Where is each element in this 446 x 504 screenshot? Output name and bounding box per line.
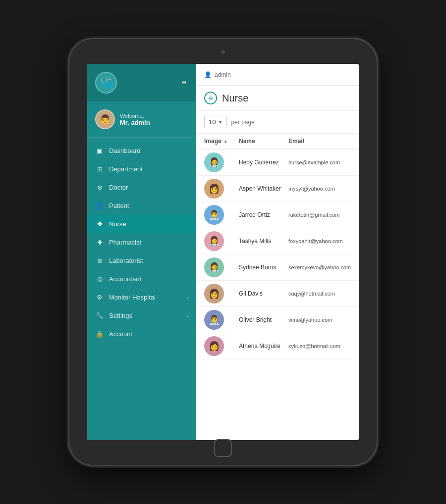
monitor-icon: ⚙ bbox=[95, 294, 104, 301]
settings-icon: 🔧 bbox=[95, 312, 104, 319]
sidebar-item-label-monitor: Monitor Hospital bbox=[109, 294, 156, 301]
department-icon: ⊞ bbox=[95, 165, 104, 173]
table-row[interactable]: 👩‍⚕️Tashya Millsfoxyqahir@yahoo.com bbox=[196, 228, 359, 254]
page-header: ⊕ Nurse bbox=[196, 86, 359, 111]
nurse-name: Tashya Mills bbox=[239, 238, 288, 245]
nurse-email: foxyqahir@yahoo.com bbox=[288, 238, 351, 244]
user-name: Mr. admin bbox=[120, 119, 150, 126]
nav-menu: ▣Dashboard⊞Department⊕Doctor👤Patient✚Nur… bbox=[87, 142, 196, 343]
sidebar-item-label-accountant: Accountant bbox=[109, 275, 141, 283]
nurse-name: Jarrod Ortiz bbox=[239, 211, 288, 218]
nurse-email: mysyf@yahoo.com bbox=[288, 186, 351, 192]
nurse-email: nurse@example.com bbox=[288, 159, 351, 165]
sidebar-item-pharmacist[interactable]: ✚Pharmacist bbox=[87, 233, 196, 252]
sidebar-item-label-dashboard: Dashboard bbox=[109, 147, 141, 154]
sidebar-item-settings[interactable]: 🔧Settings› bbox=[87, 306, 196, 325]
nurse-email: ruketotih@gmail.com bbox=[288, 212, 351, 218]
table-body: 👩‍⚕️Hedy Gutierreznurse@example.com👩Aspe… bbox=[196, 150, 359, 359]
nurse-name: Athena Mcguire bbox=[239, 343, 288, 350]
sidebar-item-label-patient: Patient bbox=[109, 202, 129, 209]
sidebar-item-label-department: Department bbox=[109, 165, 143, 173]
nurse-email: vimu@yahoo.com bbox=[288, 317, 351, 323]
app-logo: 🩺 bbox=[95, 72, 117, 94]
hamburger-button[interactable]: ≡ bbox=[180, 76, 188, 89]
avatar: 👨 bbox=[95, 109, 115, 129]
nurse-avatar: 👩‍⚕️ bbox=[204, 231, 224, 251]
tablet-screen: 🩺 ≡ 👨 Welcome, Mr. admin ▣Dashboard⊞Depa… bbox=[87, 64, 359, 440]
table-row[interactable]: 👨‍⚕️Jarrod Ortizruketotih@gmail.com bbox=[196, 202, 359, 228]
patient-icon: 👤 bbox=[95, 202, 104, 209]
sidebar-item-monitor[interactable]: ⚙Monitor Hospital› bbox=[87, 288, 196, 306]
nurse-email: xykuzo@hotmail.com bbox=[288, 343, 351, 349]
table-row[interactable]: 👩Gil Daviscuqy@hotmail.com bbox=[196, 281, 359, 307]
per-page-label: per page bbox=[231, 119, 254, 126]
nurse-email: cuqy@hotmail.com bbox=[288, 291, 351, 297]
nurse-avatar: 👩 bbox=[204, 179, 224, 199]
table-row[interactable]: 👩Athena Mcguirexykuzo@hotmail.com bbox=[196, 333, 359, 359]
user-icon: 👤 bbox=[204, 71, 212, 78]
sort-icon: ▲ bbox=[223, 139, 228, 144]
table-row[interactable]: 👩Aspen Whitakermysyf@yahoo.com bbox=[196, 176, 359, 202]
admin-label: admin bbox=[215, 71, 231, 78]
nurse-name: Aspen Whitaker bbox=[239, 185, 288, 192]
sidebar-header: 🩺 ≡ bbox=[87, 64, 196, 101]
main-content: 👤 admin ⊕ Nurse 10 ▼ per page bbox=[196, 64, 359, 440]
tablet-camera bbox=[221, 50, 225, 54]
sidebar-item-account[interactable]: 🔒Account bbox=[87, 325, 196, 343]
sidebar-item-label-account: Account bbox=[109, 330, 132, 338]
sidebar-item-label-laboratorist: Laboratorist bbox=[109, 257, 143, 264]
sidebar-item-doctor[interactable]: ⊕Doctor bbox=[87, 178, 196, 197]
table-header: Image ▲ Name Email bbox=[196, 134, 359, 150]
user-profile: 👨 Welcome, Mr. admin bbox=[87, 101, 196, 138]
data-table: Image ▲ Name Email 👩‍⚕️Hedy Gutierreznur… bbox=[196, 134, 359, 440]
sidebar-item-accountant[interactable]: ◎Accountant bbox=[87, 270, 196, 288]
col-name: Name bbox=[239, 138, 288, 145]
sidebar-item-nurse[interactable]: ✚Nurse bbox=[87, 215, 196, 233]
page-header-icon: ⊕ bbox=[204, 92, 217, 104]
sidebar-item-department[interactable]: ⊞Department bbox=[87, 160, 196, 178]
accountant-icon: ◎ bbox=[95, 275, 104, 283]
col-email: Email bbox=[288, 138, 351, 145]
nurse-avatar: 👨‍⚕️ bbox=[204, 310, 224, 330]
top-bar: 👤 admin bbox=[196, 64, 359, 86]
nurse-avatar: 👩 bbox=[204, 284, 224, 303]
nurse-avatar: 👩‍⚕️ bbox=[204, 152, 224, 172]
dropdown-arrow-icon: ▼ bbox=[218, 119, 223, 125]
doctor-icon: ⊕ bbox=[95, 184, 104, 191]
nurse-avatar: 👩 bbox=[204, 336, 224, 356]
sidebar-item-label-settings: Settings bbox=[109, 312, 132, 319]
dashboard-icon: ▣ bbox=[95, 147, 104, 154]
per-page-value: 10 bbox=[209, 118, 216, 126]
tablet-device: 🩺 ≡ 👨 Welcome, Mr. admin ▣Dashboard⊞Depa… bbox=[69, 39, 377, 465]
pharmacist-icon: ✚ bbox=[95, 239, 104, 246]
table-row[interactable]: 👨‍⚕️Oliver Brightvimu@yahoo.com bbox=[196, 307, 359, 333]
nurse-avatar: 👨‍⚕️ bbox=[204, 205, 224, 225]
table-row[interactable]: 👩‍⚕️Hedy Gutierreznurse@example.com bbox=[196, 150, 359, 176]
sidebar-item-dashboard[interactable]: ▣Dashboard bbox=[87, 142, 196, 160]
page-title: Nurse bbox=[222, 93, 248, 104]
account-icon: 🔒 bbox=[95, 330, 104, 338]
nurse-name: Sydnee Burns bbox=[239, 264, 288, 271]
table-controls: 10 ▼ per page bbox=[196, 111, 359, 134]
nurse-name: Hedy Gutierrez bbox=[239, 159, 288, 166]
table-row[interactable]: 👩‍⚕️Sydnee Burnssexemykevo@yahoo.com bbox=[196, 254, 359, 281]
sidebar-item-label-pharmacist: Pharmacist bbox=[109, 239, 141, 246]
per-page-select[interactable]: 10 ▼ bbox=[204, 116, 227, 128]
laboratorist-icon: ⊕ bbox=[95, 257, 104, 264]
nurse-icon: ✚ bbox=[95, 220, 104, 228]
chevron-right-icon: › bbox=[186, 313, 188, 319]
sidebar-item-label-nurse: Nurse bbox=[109, 220, 126, 228]
sidebar: 🩺 ≡ 👨 Welcome, Mr. admin ▣Dashboard⊞Depa… bbox=[87, 64, 196, 440]
sidebar-item-patient[interactable]: 👤Patient bbox=[87, 197, 196, 215]
logo-icon: 🩺 bbox=[100, 77, 112, 89]
col-image[interactable]: Image ▲ bbox=[204, 138, 239, 145]
nurse-name: Gil Davis bbox=[239, 290, 288, 297]
nurse-avatar: 👩‍⚕️ bbox=[204, 257, 224, 277]
welcome-text: Welcome, bbox=[120, 113, 150, 119]
sidebar-item-label-doctor: Doctor bbox=[109, 184, 128, 191]
app-container: 🩺 ≡ 👨 Welcome, Mr. admin ▣Dashboard⊞Depa… bbox=[87, 64, 359, 440]
sidebar-item-laboratorist[interactable]: ⊕Laboratorist bbox=[87, 252, 196, 270]
nurse-name: Oliver Bright bbox=[239, 316, 288, 323]
home-button[interactable] bbox=[214, 439, 232, 457]
chevron-right-icon: › bbox=[186, 295, 188, 301]
